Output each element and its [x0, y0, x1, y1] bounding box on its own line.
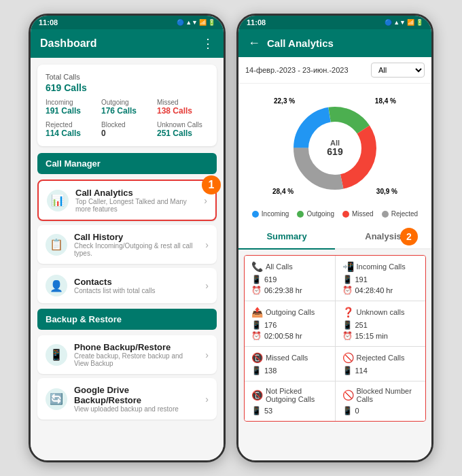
analytics-header: ← Call Analytics [238, 29, 431, 57]
summary-outgoing-calls: 📤 Outgoing Calls 📱 176 ⏰ 02:00:58 hr [245, 301, 335, 346]
phone-dashboard: 11:08 🔵 ▲▼ 📶 🔋 Dashboard ⋮ Total Calls 6… [29, 14, 226, 462]
call-analytics-arrow: › [204, 195, 207, 206]
status-bar-1: 11:08 🔵 ▲▼ 📶 🔋 [31, 16, 224, 29]
tab-summary[interactable]: Summary [238, 224, 335, 250]
call-history-title: Call History [74, 232, 198, 242]
chart-container: 22,3 % 18,4 % 30,9 % 28,4 % [238, 84, 431, 224]
pct-rejected: 28,4 % [272, 188, 294, 195]
outgoing-stat: Outgoing 176 Calls [101, 99, 153, 116]
call-analytics-title: Call Analytics [75, 188, 197, 198]
summary-unknown-calls: ❓ Unknown calls 📱 251 ⏰ 15:15 min [336, 301, 426, 346]
incoming-calls-count: 191 [355, 275, 368, 284]
missed-stat: Missed 138 Calls [157, 99, 209, 116]
rejected-stat: Rejected 114 Calls [46, 121, 97, 138]
outgoing-calls-count: 176 [264, 321, 277, 329]
call-manager-section: Call Manager [37, 153, 217, 174]
unknown-stat: Unknown Calls 251 Calls [157, 121, 209, 138]
rejected-calls-icon: 🚫 [342, 352, 354, 363]
all-calls-duration: 06:29:38 hr [264, 286, 302, 294]
stats-grid-1: Incoming 191 Calls Outgoing 176 Calls Mi… [46, 99, 209, 116]
call-history-arrow: › [205, 239, 209, 250]
analytics-content: 14-февр.-2023 - 23-июн.-2023 All Incomin… [238, 57, 431, 460]
google-drive-arrow: › [205, 394, 209, 405]
contacts-icon: 👤 [46, 275, 67, 296]
unknown-calls-icon: ❓ [342, 307, 354, 318]
svg-text:619: 619 [327, 146, 343, 157]
missed-calls-icon: 📵 [251, 352, 263, 363]
google-drive-subtitle: View uploaded backup and restore [74, 405, 198, 413]
dashboard-content: Total Calls 619 Calls Incoming 191 Calls… [31, 58, 224, 460]
status-bar-2: 11:08 🔵 ▲▼ 📶 🔋 [238, 16, 431, 29]
summary-incoming-calls: 📲 Incoming Calls 📱 191 ⏰ 04:28:40 hr [336, 256, 426, 301]
blocked-stat: Blocked 0 [101, 121, 153, 138]
call-history-menu-item[interactable]: 📋 Call History Check Incoming/Outgoing &… [37, 225, 217, 264]
phone-backup-title: Phone Backup/Restore [74, 342, 198, 352]
blocked-calls-count: 0 [355, 407, 359, 415]
phone-backup-menu-item[interactable]: 📱 Phone Backup/Restore Create backup, Re… [37, 335, 217, 374]
outgoing-calls-duration: 02:00:58 hr [264, 332, 302, 340]
call-analytics-badge: 1 [202, 175, 221, 194]
pct-missed: 30,9 % [376, 188, 397, 195]
legend-outgoing: Outgoing [297, 210, 334, 218]
stats-grid-2: Rejected 114 Calls Blocked 0 Unknown Cal… [46, 121, 209, 138]
date-range: 14-февр.-2023 - 23-июн.-2023 [245, 66, 366, 74]
filter-dropdown[interactable]: All Incoming Outgoing Missed [371, 63, 425, 78]
unknown-calls-duration: 15:15 min [355, 332, 388, 340]
tab-badge: 2 [400, 228, 418, 245]
contacts-subtitle: Contacts list with total calls [74, 287, 156, 294]
incoming-stat: Incoming 191 Calls [46, 99, 97, 116]
phone-analytics: 11:08 🔵 ▲▼ 📶 🔋 ← Call Analytics 14-февр.… [236, 14, 433, 462]
legend-incoming: Incoming [252, 210, 289, 218]
summary-missed-calls: 📵 Missed Calls 📱 138 [245, 347, 335, 381]
rejected-calls-count: 114 [355, 367, 368, 375]
total-calls-value: 619 Calls [46, 82, 209, 93]
donut-chart: All 619 [287, 101, 383, 196]
pct-incoming: 22,3 % [274, 97, 295, 105]
unknown-calls-count: 251 [355, 321, 368, 329]
contacts-title: Contacts [74, 277, 156, 287]
legend-missed: Missed [342, 210, 374, 218]
total-calls-label: Total Calls [46, 73, 209, 81]
summary-rejected-calls: 🚫 Rejected Calls 📱 114 [336, 347, 426, 381]
dashboard-stats-card: Total Calls 619 Calls Incoming 191 Calls… [37, 65, 217, 146]
back-button[interactable]: ← [248, 36, 260, 50]
not-picked-icon: 📵 [251, 390, 263, 401]
blocked-calls-icon: 🚫 [342, 390, 354, 401]
all-calls-phone-icon: 📱 [251, 275, 262, 284]
missed-calls-count: 138 [264, 367, 277, 375]
pct-rejected-top: 18,4 % [375, 97, 396, 105]
not-picked-count: 53 [264, 407, 272, 415]
phone-backup-arrow: › [205, 350, 209, 360]
call-analytics-subtitle: Top Caller, Longest Talked and Many more… [75, 198, 197, 213]
contacts-menu-item[interactable]: 👤 Contacts Contacts list with total call… [37, 268, 217, 303]
phone-backup-subtitle: Create backup, Restore backup and View B… [74, 352, 198, 367]
summary-blocked-calls: 🚫 Blocked Number Calls 📱 0 [336, 381, 426, 421]
status-time-2: 11:08 [247, 18, 266, 27]
google-drive-menu-item[interactable]: 🔄 Google Drive Backup/Restore View uploa… [37, 378, 217, 420]
all-calls-clock-icon: ⏰ [251, 286, 262, 295]
incoming-calls-duration: 04:28:40 hr [355, 286, 393, 294]
filter-bar: 14-февр.-2023 - 23-июн.-2023 All Incomin… [238, 57, 431, 84]
google-drive-title: Google Drive Backup/Restore [74, 385, 198, 405]
dashboard-title: Dashboard [40, 37, 97, 50]
google-drive-icon: 🔄 [46, 388, 67, 410]
status-icons-2: 🔵 ▲▼ 📶 🔋 [385, 19, 423, 26]
call-analytics-menu-item[interactable]: 📊 Call Analytics Top Caller, Longest Tal… [37, 180, 217, 221]
call-history-icon: 📋 [46, 234, 67, 256]
menu-icon[interactable]: ⋮ [202, 36, 214, 51]
call-analytics-icon: 📊 [47, 190, 69, 211]
legend-rejected: Rejected [382, 210, 418, 218]
incoming-calls-icon: 📲 [342, 261, 354, 272]
call-history-subtitle: Check Incoming/Outgoing & rest all call … [74, 242, 198, 257]
status-icons-1: 🔵 ▲▼ 📶 🔋 [177, 19, 215, 26]
phone-backup-icon: 📱 [46, 344, 67, 366]
chart-legend: Incoming Outgoing Missed Rejected [252, 210, 418, 218]
analytics-title: Call Analytics [267, 37, 334, 49]
outgoing-calls-icon: 📤 [251, 307, 263, 318]
tabs-bar: Summary Analysis 2 [238, 224, 431, 250]
summary-grid: 📞 All Calls 📱 619 ⏰ 06:29:38 hr 📲 Incomi… [244, 255, 426, 422]
contacts-arrow: › [205, 280, 209, 291]
summary-not-picked: 📵 Not Picked Outgoing Calls 📱 53 [245, 381, 335, 421]
summary-all-calls: 📞 All Calls 📱 619 ⏰ 06:29:38 hr [245, 256, 335, 301]
all-calls-icon: 📞 [251, 261, 263, 272]
